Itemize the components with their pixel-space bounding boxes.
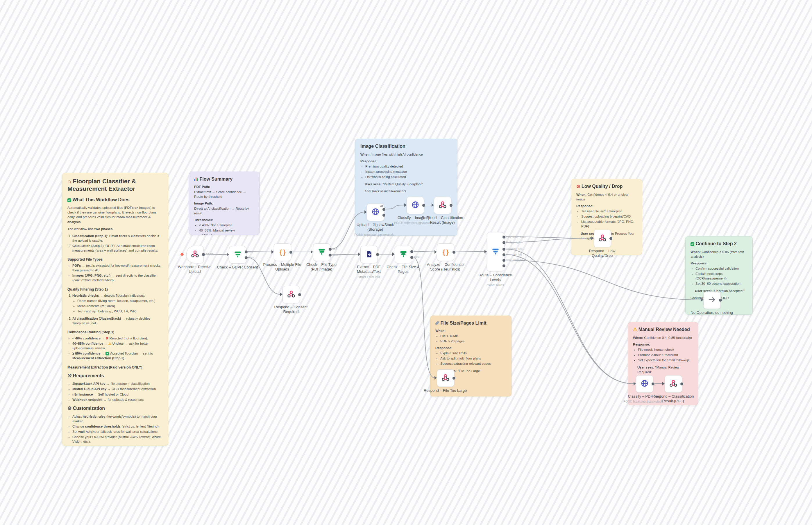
input-port[interactable] <box>591 237 594 240</box>
note-list-item: Instant processing message <box>365 169 452 174</box>
node-label-text: Respond – Consent Required <box>265 305 317 314</box>
output-port[interactable] <box>651 382 655 386</box>
output-port[interactable] <box>298 293 301 296</box>
output-port-label: true <box>332 247 337 251</box>
node-classifypdf-box[interactable] <box>636 375 653 393</box>
connection-edge[interactable] <box>505 260 701 300</box>
node-upload-box[interactable]: ⇄ <box>367 204 384 221</box>
node-process-box[interactable]: { } <box>274 243 291 261</box>
note-list: Explain size limitsAsk to split multi-fl… <box>435 351 506 366</box>
code-braces-icon: { } <box>443 249 449 256</box>
note-list-item: Explain next steps (OCR/measurement) <box>696 271 748 281</box>
connection-edge[interactable] <box>455 252 484 252</box>
input-port[interactable] <box>311 250 313 254</box>
node-webhook: POSTWebhook – Receive Upload <box>186 246 203 262</box>
node-respondimg-box[interactable] <box>434 197 451 214</box>
input-port[interactable] <box>701 298 703 302</box>
note-sublist-item: Technical symbols (e.g., WCD, TH, WP) <box>77 309 163 314</box>
input-port[interactable] <box>662 382 665 385</box>
sticky-note-main[interactable]: ⌂ Floorplan Classifier & Measurement Ext… <box>62 173 168 446</box>
output-port[interactable] <box>502 253 506 257</box>
output-port[interactable] <box>452 376 456 380</box>
input-port[interactable] <box>280 292 282 296</box>
output-port[interactable] <box>422 204 425 207</box>
output-port[interactable] <box>502 247 506 251</box>
input-port[interactable] <box>227 253 229 256</box>
node-classifyimg-box[interactable] <box>407 197 424 214</box>
output-port[interactable] <box>202 253 205 256</box>
input-port[interactable] <box>271 250 274 254</box>
note-list-item-text: Heuristic checks → detects floorplan ind… <box>72 294 145 297</box>
node-label: No Operation, do nothing <box>686 310 738 315</box>
output-port[interactable] <box>452 251 456 254</box>
output-port-label: very_likely_not... <box>506 235 526 238</box>
output-port[interactable] <box>449 204 453 207</box>
node-classifyimg: Classify – Image FilePOST: https://api.j… <box>407 197 423 213</box>
node-gdpr-box[interactable] <box>229 246 247 264</box>
output-port[interactable] <box>410 250 413 253</box>
respond-webhook-icon <box>287 290 296 300</box>
output-port[interactable] <box>376 253 379 256</box>
note-list-item: < 40% confidence → ✘ Rejected (not a flo… <box>72 336 163 341</box>
input-port[interactable] <box>404 203 407 207</box>
node-webhook-box[interactable] <box>186 246 204 263</box>
output-port[interactable] <box>609 237 613 240</box>
note-list-item: Choose your OCR/AI provider (Mistral, AW… <box>72 435 163 444</box>
input-port[interactable] <box>432 203 434 207</box>
output-port-label: likely_not_floo... <box>506 241 525 244</box>
respond-webhook-icon <box>669 379 678 389</box>
node-classifypdf: Classify – PDF TextPOST: https://api.jig… <box>636 375 653 392</box>
node-label: Respond – Low Quality/Drop <box>576 249 628 258</box>
output-port[interactable] <box>245 250 248 254</box>
note-heading: Supported File Types <box>67 257 163 261</box>
output-port[interactable] <box>382 213 386 217</box>
output-port[interactable] <box>502 264 506 268</box>
sticky-note-flow-summary[interactable]: Flow SummaryPDF Path:Extract text → Scor… <box>189 171 260 235</box>
note-text: Extract text → Score confidence → Route … <box>194 190 254 199</box>
note-list-item: Set 30–60 second expectation <box>696 281 748 286</box>
note-heading: Response: <box>576 204 637 208</box>
output-port[interactable] <box>328 253 332 257</box>
output-port[interactable] <box>289 251 293 254</box>
node-extract-box[interactable] <box>360 246 378 263</box>
node-route-box[interactable] <box>487 232 504 271</box>
node-noop-box[interactable] <box>703 291 721 309</box>
input-port[interactable] <box>358 253 360 256</box>
connection-edge[interactable] <box>505 255 634 384</box>
node-filesize-box[interactable] <box>395 246 412 263</box>
output-port[interactable] <box>502 235 506 239</box>
respond-webhook-icon <box>438 200 447 210</box>
input-port[interactable] <box>392 253 395 256</box>
workflow-canvas[interactable]: ⌂ Floorplan Classifier & Measurement Ext… <box>0 0 812 525</box>
node-label: Respond – Consent Required <box>265 305 317 314</box>
node-consent-box[interactable] <box>282 286 300 303</box>
output-port[interactable] <box>502 258 506 262</box>
output-port[interactable] <box>680 382 684 386</box>
connection-edge[interactable] <box>505 249 634 384</box>
node-lowqnode-box[interactable] <box>594 230 611 247</box>
note-text: User sees: "Manual Review Required" <box>633 365 693 374</box>
input-port[interactable] <box>364 210 367 214</box>
note-list-item: Confirm successful validation <box>696 266 748 271</box>
output-port[interactable] <box>410 256 413 259</box>
node-toolarge-box[interactable] <box>437 370 454 387</box>
output-port[interactable] <box>382 208 386 211</box>
note-list-item: AI classification (JigsawStack) → robust… <box>72 316 163 326</box>
note-sublist-item: Room names (living room, keuken, slaapka… <box>77 298 163 303</box>
output-port[interactable] <box>245 256 248 259</box>
input-port[interactable] <box>484 250 487 253</box>
node-label-text: Respond – Classification Result (Image) <box>416 215 468 225</box>
input-port[interactable] <box>435 250 437 254</box>
sticky-note-manual-review[interactable]: ⚠ Manual Review NeededWhen: Confidence 0… <box>628 322 698 405</box>
node-filetype-box[interactable] <box>313 243 330 261</box>
node-analyze-box[interactable]: { } <box>437 243 454 261</box>
input-port[interactable] <box>435 376 437 379</box>
output-port[interactable] <box>719 298 722 302</box>
note-list-item: Set wall height or fallback rules for wa… <box>72 429 163 434</box>
note-list-item: 40–85%: Manual review <box>199 228 254 233</box>
output-port[interactable] <box>502 241 506 244</box>
note-heading: ⌂ Floorplan Classifier & Measurement Ext… <box>67 177 163 193</box>
output-port[interactable] <box>328 247 332 251</box>
node-respondpdf-box[interactable] <box>665 375 682 393</box>
input-port[interactable] <box>634 382 636 385</box>
